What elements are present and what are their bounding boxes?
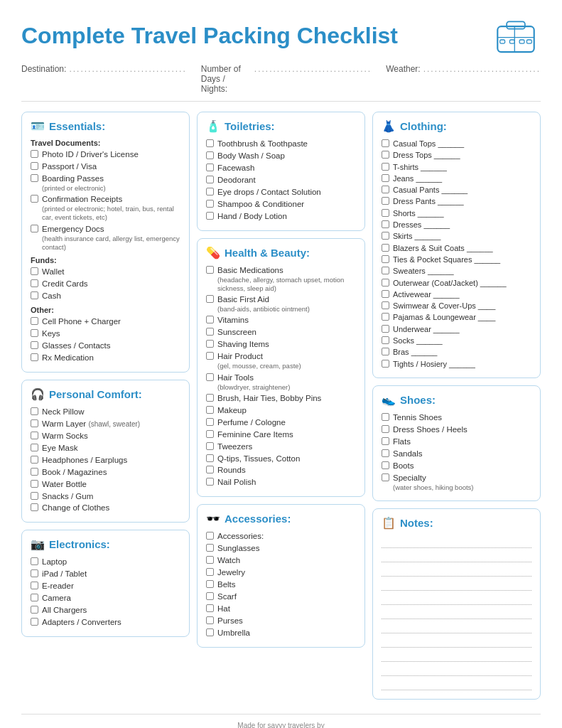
checkbox[interactable] — [382, 437, 389, 445]
checkbox[interactable] — [31, 480, 38, 488]
checkbox[interactable] — [31, 291, 38, 299]
checkbox[interactable] — [31, 582, 38, 589]
list-item: Facewash — [206, 163, 356, 173]
checkbox[interactable] — [206, 466, 214, 473]
list-item: Belts — [206, 579, 356, 590]
checkbox[interactable] — [31, 557, 38, 565]
checkbox[interactable] — [31, 569, 38, 577]
checkbox[interactable] — [31, 267, 38, 275]
checkbox[interactable] — [206, 200, 214, 208]
funds-label: Funds: — [31, 256, 180, 264]
checkbox[interactable] — [31, 419, 38, 427]
checkbox[interactable] — [206, 418, 214, 426]
weather-label: Weather: — [386, 64, 420, 74]
checkbox[interactable] — [31, 225, 38, 232]
page-header: Complete Travel Packing Checklist — [21, 14, 541, 57]
checkbox[interactable] — [206, 316, 214, 323]
checkbox[interactable] — [31, 492, 38, 500]
checkbox[interactable] — [206, 340, 214, 348]
checkbox[interactable] — [206, 532, 214, 540]
list-item: Emergency Docs(health insurance card, al… — [31, 224, 180, 252]
checkbox[interactable] — [382, 313, 389, 321]
health-beauty-title: 💊 Health & Beauty: — [206, 246, 356, 259]
checkbox[interactable] — [31, 162, 38, 170]
notes-line — [382, 550, 531, 562]
checkbox[interactable] — [382, 151, 389, 159]
checkbox[interactable] — [382, 449, 389, 457]
checkbox[interactable] — [206, 176, 214, 183]
checkbox[interactable] — [382, 267, 389, 274]
notes-icon: 📋 — [382, 516, 396, 530]
checkbox[interactable] — [382, 209, 389, 217]
checkbox[interactable] — [31, 407, 38, 415]
checkbox[interactable] — [206, 394, 214, 402]
checkbox[interactable] — [206, 266, 214, 274]
checkbox[interactable] — [382, 348, 389, 355]
checkbox[interactable] — [206, 352, 214, 360]
list-item: Dresses ______ — [382, 220, 531, 230]
checkbox[interactable] — [382, 174, 389, 182]
checkbox[interactable] — [382, 232, 389, 240]
checkbox[interactable] — [206, 373, 214, 381]
checkbox[interactable] — [206, 164, 214, 171]
checkbox[interactable] — [382, 325, 389, 333]
checkbox[interactable] — [206, 188, 214, 196]
checkbox[interactable] — [206, 556, 214, 564]
checkbox[interactable] — [31, 195, 38, 203]
checkbox[interactable] — [206, 430, 214, 438]
checkbox[interactable] — [382, 139, 389, 147]
checkbox[interactable] — [206, 406, 214, 414]
checkbox[interactable] — [31, 279, 38, 287]
checkbox[interactable] — [382, 279, 389, 287]
checkbox[interactable] — [382, 163, 389, 171]
checkbox[interactable] — [382, 255, 389, 263]
checkbox[interactable] — [31, 606, 38, 614]
checkbox[interactable] — [382, 425, 389, 433]
checkbox[interactable] — [31, 174, 38, 182]
checkbox[interactable] — [31, 468, 38, 476]
checkbox[interactable] — [206, 328, 214, 336]
checkbox[interactable] — [206, 544, 214, 552]
checkbox[interactable] — [206, 628, 214, 636]
checkbox[interactable] — [206, 478, 214, 486]
checkbox[interactable] — [382, 461, 389, 469]
checkbox[interactable] — [382, 220, 389, 228]
checkbox[interactable] — [206, 580, 214, 588]
checkbox[interactable] — [382, 413, 389, 421]
checkbox[interactable] — [31, 594, 38, 601]
accessories-title: 🕶️ Accessories: — [206, 512, 356, 525]
list-item: Perfume / Cologne — [206, 417, 356, 428]
checkbox[interactable] — [382, 473, 389, 481]
checkbox[interactable] — [31, 341, 38, 349]
checkbox[interactable] — [382, 186, 389, 193]
checkbox[interactable] — [206, 592, 214, 600]
main-columns: 🪪 Essentials: Travel Documents: Photo ID… — [21, 112, 541, 700]
checkbox[interactable] — [382, 290, 389, 298]
checkbox[interactable] — [206, 212, 214, 220]
checkbox[interactable] — [31, 444, 38, 451]
checkbox[interactable] — [31, 503, 38, 511]
checkbox[interactable] — [31, 150, 38, 158]
checkbox[interactable] — [31, 618, 38, 626]
checkbox[interactable] — [382, 336, 389, 344]
checkbox[interactable] — [31, 353, 38, 361]
list-item: Sunscreen — [206, 327, 356, 338]
list-item: Tights / Hosiery ______ — [382, 359, 531, 369]
checkbox[interactable] — [31, 329, 38, 337]
checkbox[interactable] — [382, 244, 389, 252]
checkbox[interactable] — [382, 360, 389, 368]
checkbox[interactable] — [206, 295, 214, 303]
list-item: Hat — [206, 604, 356, 614]
checkbox[interactable] — [31, 456, 38, 464]
checkbox[interactable] — [31, 432, 38, 439]
checkbox[interactable] — [382, 301, 389, 309]
checkbox[interactable] — [382, 197, 389, 205]
checkbox[interactable] — [206, 604, 214, 612]
checkbox[interactable] — [206, 616, 214, 624]
checkbox[interactable] — [31, 317, 38, 325]
checkbox[interactable] — [206, 442, 214, 450]
checkbox[interactable] — [206, 568, 214, 576]
checkbox[interactable] — [206, 151, 214, 159]
checkbox[interactable] — [206, 139, 214, 147]
checkbox[interactable] — [206, 454, 214, 462]
